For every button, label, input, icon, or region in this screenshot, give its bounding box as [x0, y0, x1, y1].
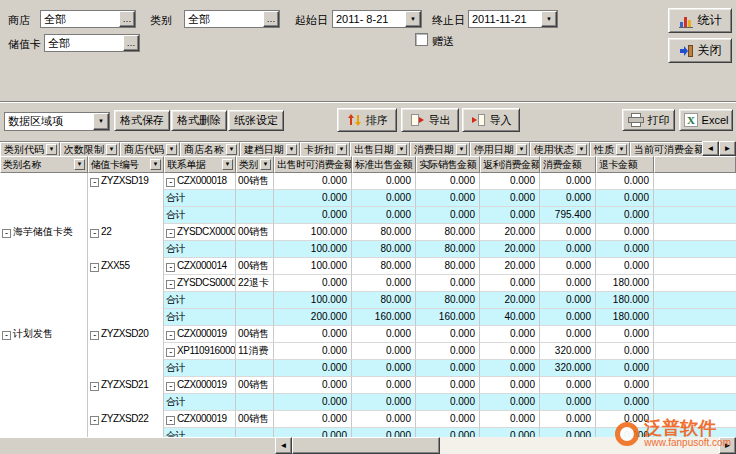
scrollbar-track[interactable] [292, 437, 719, 454]
chevron-down-icon[interactable]: ▼ [396, 144, 407, 155]
collapse-icon[interactable]: - [2, 229, 11, 238]
collapse-icon[interactable]: - [166, 331, 175, 340]
chevron-down-icon[interactable]: ▼ [46, 144, 57, 155]
collapse-icon[interactable]: - [2, 331, 11, 340]
gift-checkbox[interactable] [415, 33, 428, 46]
stats-button[interactable]: 统计 [668, 8, 732, 33]
chevron-down-icon[interactable]: ▼ [286, 144, 297, 155]
field-chooser-item[interactable]: 性质▼ [590, 142, 630, 156]
excel-button[interactable]: X Excel [679, 109, 733, 131]
scroll-left-icon[interactable]: ◄ [275, 437, 292, 454]
field-chooser-item[interactable]: 次数限制▼ [60, 142, 120, 156]
import-button[interactable]: 导入 [462, 108, 520, 132]
card-combobox[interactable]: 全部 … [44, 34, 140, 52]
column-header[interactable]: 消费金额 [540, 156, 596, 173]
chevron-down-icon[interactable]: ▼ [616, 144, 627, 155]
column-header[interactable]: 储值卡编号▼ [88, 156, 164, 173]
table-row[interactable]: 合计0.0000.0000.0000.000795.4000.000 [0, 207, 736, 224]
column-header[interactable]: 类别▼ [236, 156, 274, 173]
column-header[interactable]: 实际销售金额 [416, 156, 480, 173]
sort-button[interactable]: 排序 [337, 108, 397, 132]
close-button[interactable]: 关闭 [668, 38, 732, 63]
chevron-down-icon[interactable]: ▼ [576, 144, 587, 155]
column-header[interactable]: 返利消费金额 [480, 156, 540, 173]
scroll-left-icon[interactable]: ◄ [702, 141, 719, 156]
end-date-picker[interactable]: 2011-11-21 ▼ [468, 10, 558, 28]
collapse-icon[interactable]: - [90, 229, 99, 238]
column-header[interactable]: 退卡金额 [596, 156, 654, 173]
field-chooser-item[interactable]: 出售日期▼ [350, 142, 410, 156]
table-row[interactable]: -计划发售-ZYZXSD20-CZX00001900销售0.0000.0000.… [0, 326, 736, 343]
column-header[interactable]: 标准出售金额 [352, 156, 416, 173]
field-chooser-item[interactable]: 卡折扣▼ [300, 142, 350, 156]
scroll-right-icon[interactable]: ► [719, 437, 736, 454]
paper-setup-button[interactable]: 纸张设定 [228, 110, 284, 131]
field-chooser-item[interactable]: 建档日期▼ [240, 142, 300, 156]
scroll-right-icon[interactable]: ► [719, 141, 736, 156]
start-date-picker[interactable]: 2011- 8-21 ▼ [332, 10, 422, 28]
chevron-down-icon[interactable]: ▼ [456, 144, 467, 155]
collapse-icon[interactable]: - [90, 416, 99, 425]
field-chooser-item[interactable]: 商店名称▼ [180, 142, 240, 156]
collapse-icon[interactable]: - [90, 331, 99, 340]
chevron-down-icon[interactable]: ▼ [150, 159, 161, 170]
data-region-select[interactable]: 数据区域项 ▼ [4, 112, 110, 131]
field-chooser-item[interactable]: 商店代码▼ [120, 142, 180, 156]
table-row[interactable]: -ZYZXSD22-CZX00001900销售0.0000.0000.0000.… [0, 411, 736, 428]
export-button[interactable]: 导出 [401, 108, 459, 132]
table-row[interactable]: -XP110916000411消费0.0000.0000.0000.000320… [0, 343, 736, 360]
table-row[interactable]: 合计0.0000.0000.0000.0000.0000.000 [0, 394, 736, 411]
column-header[interactable]: 联系单据▼ [164, 156, 236, 173]
value-cell: 0.000 [416, 360, 480, 377]
table-row[interactable]: 合计0.0000.0000.0000.000320.0000.000 [0, 360, 736, 377]
chevron-down-icon[interactable]: ▼ [405, 11, 421, 27]
ellipsis-icon[interactable]: … [119, 11, 135, 27]
collapse-icon[interactable]: - [90, 263, 99, 272]
field-chooser-item[interactable]: 类别代码▼ [0, 142, 60, 156]
column-header[interactable]: 出售时可消费金额 [274, 156, 352, 173]
chevron-down-icon[interactable]: ▼ [93, 113, 109, 130]
table-row[interactable]: -海芋储值卡类-22-ZYSDCX00001700销售100.00080.000… [0, 224, 736, 241]
ellipsis-icon[interactable]: … [123, 35, 139, 51]
scrollbar-thumb[interactable] [292, 437, 440, 454]
format-save-button[interactable]: 格式保存 [114, 110, 170, 131]
chevron-down-icon[interactable]: ▼ [541, 11, 557, 27]
ellipsis-icon[interactable]: … [263, 11, 279, 27]
field-chooser-item[interactable]: 停用日期▼ [470, 142, 530, 156]
chevron-down-icon[interactable]: ▼ [106, 144, 117, 155]
column-header[interactable]: 类别名称▼ [0, 156, 88, 173]
chevron-down-icon[interactable]: ▼ [226, 144, 237, 155]
collapse-icon[interactable]: - [166, 348, 175, 357]
shop-combobox[interactable]: 全部 … [40, 10, 136, 28]
collapse-icon[interactable]: - [166, 280, 175, 289]
collapse-icon[interactable]: - [166, 229, 175, 238]
chevron-down-icon[interactable]: ▼ [260, 159, 271, 170]
chevron-down-icon[interactable]: ▼ [166, 144, 177, 155]
collapse-icon[interactable]: - [166, 178, 175, 187]
collapse-icon[interactable]: - [166, 382, 175, 391]
chevron-down-icon[interactable]: ▼ [516, 144, 527, 155]
value-cell: 0.000 [540, 377, 596, 394]
field-chooser-item[interactable]: 消费日期▼ [410, 142, 470, 156]
table-row[interactable]: 合计100.00080.00080.00020.0000.0000.000 [0, 241, 736, 258]
chevron-down-icon[interactable]: ▼ [222, 159, 233, 170]
table-row[interactable]: 合计0.0000.0000.0000.0000.0000.000 [0, 190, 736, 207]
table-row[interactable]: -ZYZXSD21-CZX00001900销售0.0000.0000.0000.… [0, 377, 736, 394]
collapse-icon[interactable]: - [90, 178, 99, 187]
collapse-icon[interactable]: - [90, 382, 99, 391]
table-row[interactable]: 合计200.000160.000160.00040.0000.000180.00… [0, 309, 736, 326]
table-row[interactable]: -ZYSDCS00001522退卡0.0000.0000.0000.0000.0… [0, 275, 736, 292]
table-row[interactable]: -ZXX55-CZX00001400销售100.00080.00080.0002… [0, 258, 736, 275]
table-row[interactable]: -ZYZXSD19-CZX00001800销售0.0000.0000.0000.… [0, 173, 736, 190]
chevron-down-icon[interactable]: ▼ [336, 144, 347, 155]
category-combobox[interactable]: 全部 … [184, 10, 280, 28]
format-delete-button[interactable]: 格式删除 [171, 110, 227, 131]
field-chooser-item[interactable]: 使用状态▼ [530, 142, 590, 156]
table-row[interactable]: 合计0.0000.0000.0000.0000.0000.000 [0, 428, 736, 437]
table-row[interactable]: 合计100.00080.00080.00020.0000.000180.000 [0, 292, 736, 309]
chevron-down-icon[interactable]: ▼ [74, 159, 85, 170]
collapse-icon[interactable]: - [166, 263, 175, 272]
print-button[interactable]: 打印 [622, 109, 675, 131]
collapse-icon[interactable]: - [166, 416, 175, 425]
horizontal-scrollbar[interactable]: ◄ ► [275, 437, 736, 454]
